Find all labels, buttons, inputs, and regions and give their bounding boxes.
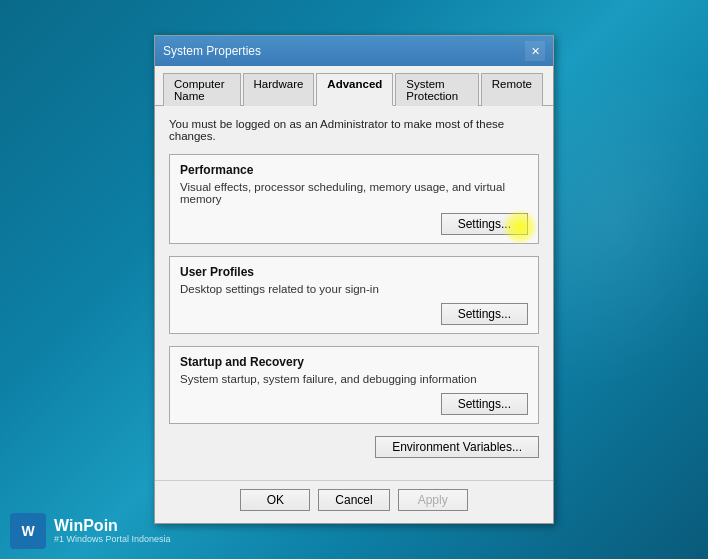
tabs-bar: Computer Name Hardware Advanced System P… <box>155 66 553 106</box>
env-variables-row: Environment Variables... <box>169 436 539 458</box>
tab-advanced[interactable]: Advanced <box>316 73 393 106</box>
bottom-buttons: OK Cancel Apply <box>155 480 553 523</box>
tab-computer-name[interactable]: Computer Name <box>163 73 241 106</box>
cancel-button[interactable]: Cancel <box>318 489 389 511</box>
watermark-tagline: #1 Windows Portal Indonesia <box>54 534 171 544</box>
tab-remote[interactable]: Remote <box>481 73 543 106</box>
tab-hardware[interactable]: Hardware <box>243 73 315 106</box>
apply-button[interactable]: Apply <box>398 489 468 511</box>
startup-recovery-settings-button[interactable]: Settings... <box>441 393 528 415</box>
performance-btn-row: Settings... <box>180 213 528 235</box>
title-bar: System Properties ✕ <box>155 36 553 66</box>
environment-variables-button[interactable]: Environment Variables... <box>375 436 539 458</box>
user-profiles-title: User Profiles <box>180 265 528 279</box>
title-bar-controls: ✕ <box>525 41 545 61</box>
startup-recovery-description: System startup, system failure, and debu… <box>180 373 528 385</box>
tab-system-protection[interactable]: System Protection <box>395 73 478 106</box>
watermark: W WinPoin #1 Windows Portal Indonesia <box>10 513 171 549</box>
performance-section: Performance Visual effects, processor sc… <box>169 154 539 244</box>
startup-recovery-title: Startup and Recovery <box>180 355 528 369</box>
close-button[interactable]: ✕ <box>525 41 545 61</box>
user-profiles-btn-row: Settings... <box>180 303 528 325</box>
system-properties-dialog: System Properties ✕ Computer Name Hardwa… <box>154 35 554 524</box>
dialog-title: System Properties <box>163 44 261 58</box>
watermark-name: WinPoin <box>54 518 171 534</box>
ok-button[interactable]: OK <box>240 489 310 511</box>
user-profiles-section: User Profiles Desktop settings related t… <box>169 256 539 334</box>
admin-notice: You must be logged on as an Administrato… <box>169 118 539 142</box>
tab-content: You must be logged on as an Administrato… <box>155 106 553 480</box>
startup-recovery-btn-row: Settings... <box>180 393 528 415</box>
user-profiles-description: Desktop settings related to your sign-in <box>180 283 528 295</box>
watermark-logo-text: W <box>21 523 34 539</box>
performance-settings-button[interactable]: Settings... <box>441 213 528 235</box>
performance-title: Performance <box>180 163 528 177</box>
watermark-text-block: WinPoin #1 Windows Portal Indonesia <box>54 518 171 544</box>
startup-recovery-section: Startup and Recovery System startup, sys… <box>169 346 539 424</box>
user-profiles-settings-button[interactable]: Settings... <box>441 303 528 325</box>
performance-description: Visual effects, processor scheduling, me… <box>180 181 528 205</box>
watermark-logo: W <box>10 513 46 549</box>
performance-settings-container: Settings... <box>441 213 528 235</box>
